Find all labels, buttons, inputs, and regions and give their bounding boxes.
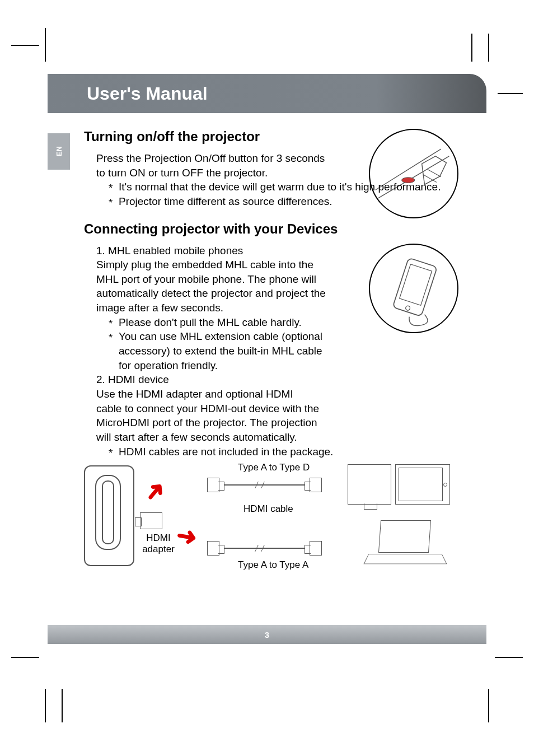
item2-title: 2. HDMI device — [96, 372, 450, 387]
hdmi-diagram: HDMI adapter ➜ ➜ Type A to Type D HDMI c… — [84, 464, 450, 576]
laptop-illustration — [366, 520, 444, 571]
connector-icon — [207, 541, 219, 556]
page-number: 3 — [265, 630, 269, 640]
content-area: Turning on/off the projector Press the P… — [84, 129, 450, 587]
section-intro: Press the Projection On/Off button for 3… — [96, 151, 326, 180]
arrow-icon: ➜ — [174, 520, 199, 552]
mhl-phone-illustration — [369, 244, 458, 333]
hdmi-adapter-illustration — [140, 512, 162, 529]
arrow-icon: ➜ — [137, 474, 172, 508]
connector-icon — [207, 478, 219, 492]
cable-a-a-illustration — [207, 540, 322, 557]
footer-bar: 3 — [48, 625, 486, 644]
crop-mark — [488, 689, 489, 722]
item2-body: Use the HDMI adapter and optional HDMI c… — [96, 387, 320, 445]
type-a-d-label: Type A to Type D — [238, 462, 310, 473]
crop-mark — [11, 45, 39, 46]
bullet-item: Please don't pull the MHL cable hardly. — [109, 315, 332, 330]
svg-rect-3 — [392, 258, 437, 316]
tablet-illustration — [395, 464, 450, 505]
hdmi-cable-label: HDMI cable — [243, 503, 293, 515]
crop-mark — [11, 657, 39, 658]
crop-mark — [498, 93, 523, 94]
section-turning-on-off: Turning on/off the projector Press the P… — [84, 129, 450, 209]
cable-line — [224, 548, 305, 549]
page-title: User's Manual — [87, 83, 208, 104]
crop-mark — [471, 34, 472, 62]
section-connecting: Connecting projector with your Devices 1… — [84, 221, 450, 577]
language-label: EN — [55, 146, 63, 156]
item1-title: 1. MHL enabled mobile phones — [96, 244, 326, 258]
item1-body: Simply plug the embedded MHL cable into … — [96, 258, 326, 315]
bullet-item: You can use MHL extension cable (optiona… — [109, 329, 332, 372]
section-heading: Connecting projector with your Devices — [84, 221, 450, 237]
cable-line — [224, 484, 305, 486]
hdmi-adapter-label: HDMI adapter — [139, 533, 178, 555]
cable-a-d-illustration — [207, 477, 322, 493]
connector-icon — [310, 541, 322, 556]
bullet-item: HDMI cables are not included in the pack… — [109, 445, 450, 459]
crop-mark — [45, 689, 46, 722]
svg-point-5 — [405, 305, 411, 311]
connector-icon — [310, 478, 322, 492]
crop-mark — [488, 34, 489, 62]
bullet-item: Projector time different as source diffe… — [109, 194, 450, 209]
bullet-item: It's normal that the device will get war… — [109, 180, 450, 194]
monitor-illustration — [348, 464, 391, 505]
crop-mark — [62, 689, 63, 722]
projector-device-illustration — [84, 465, 134, 566]
type-a-a-label: Type A to Type A — [238, 559, 308, 571]
header-bar: User's Manual — [48, 74, 486, 113]
language-tab: EN — [48, 133, 70, 170]
crop-mark — [495, 657, 523, 658]
crop-mark — [45, 28, 46, 62]
